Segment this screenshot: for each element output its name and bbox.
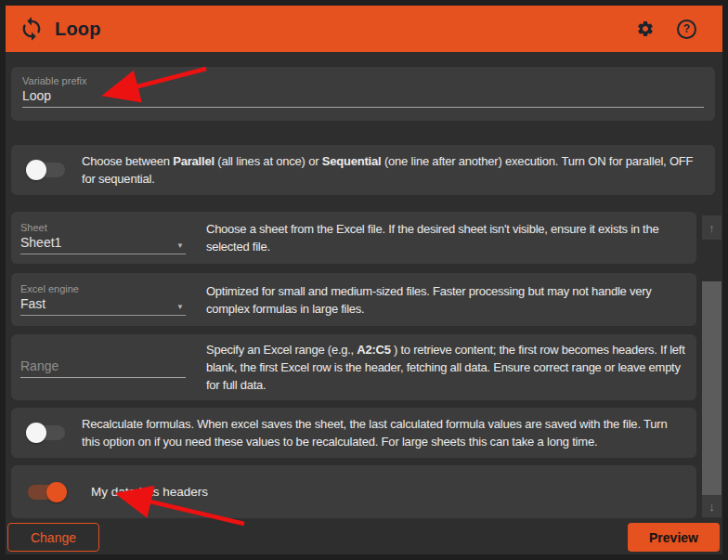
data-headers-toggle[interactable] <box>26 482 67 502</box>
variable-prefix-label: Variable prefix <box>22 75 704 86</box>
sheet-selected-value: Sheet1 <box>20 235 61 250</box>
loop-icon <box>19 16 45 42</box>
parallel-toggle-panel: Choose between Parallel (all lines at on… <box>11 145 715 195</box>
chevron-down-icon: ▼ <box>176 303 186 311</box>
footer: Change Preview <box>7 523 720 552</box>
text-part-bold: Parallel <box>173 154 214 168</box>
engine-description: Optimized for small and medium-sized fil… <box>206 282 687 318</box>
sheet-label: Sheet <box>20 222 186 233</box>
recalculate-panel: Recalculate formulas. When excel saves t… <box>11 408 696 458</box>
scrollbar-thumb[interactable] <box>702 281 722 495</box>
toggle-knob <box>46 482 67 502</box>
sheet-panel: Sheet Sheet1 ▼ Choose a sheet from the E… <box>11 212 696 264</box>
range-description: Specify an Excel range (e.g., A2:C5 ) to… <box>206 341 687 394</box>
change-button[interactable]: Change <box>7 523 99 552</box>
text-part: Choose between <box>82 154 173 168</box>
sheet-select[interactable]: Sheet1 ▼ <box>20 233 186 254</box>
dialog-header: Loop ? <box>6 6 722 52</box>
sheet-description: Choose a sheet from the Excel file. If t… <box>206 220 687 255</box>
parallel-toggle[interactable] <box>26 160 67 180</box>
text-part-bold: Sequential <box>322 154 382 168</box>
toggle-knob <box>26 160 46 180</box>
loop-dialog-window: Loop ? Variable prefix Choose between Pa… <box>6 6 722 554</box>
range-panel: Specify an Excel range (e.g., A2:C5 ) to… <box>11 334 696 400</box>
scroll-down-button[interactable]: ↓ <box>702 495 722 517</box>
text-part: (all lines at once) or <box>214 154 322 168</box>
recalculate-toggle[interactable] <box>26 423 67 443</box>
scroll-up-button[interactable]: ↑ <box>702 215 722 240</box>
parallel-description: Choose between Parallel (all lines at on… <box>82 152 700 188</box>
data-headers-label: My data has headers <box>91 485 208 499</box>
settings-scroll-region: Sheet Sheet1 ▼ Choose a sheet from the E… <box>6 212 722 518</box>
help-icon[interactable]: ? <box>677 20 696 39</box>
arrow-up-icon: ↑ <box>708 221 715 235</box>
header-actions: ? <box>636 20 709 39</box>
scrollbar: ↑ ↓ <box>702 215 722 517</box>
engine-panel: Excel engine Fast ▼ Optimized for small … <box>11 273 696 326</box>
toggle-knob <box>26 423 46 443</box>
app-root: { "header": { "title": "Loop", "help_gly… <box>0 0 728 560</box>
text-part-bold: A2:C5 <box>357 343 390 357</box>
variable-prefix-panel: Variable prefix <box>11 67 715 121</box>
dialog-title: Loop <box>55 19 101 40</box>
range-input[interactable] <box>20 357 186 378</box>
sheet-field: Sheet Sheet1 ▼ <box>20 222 186 254</box>
variable-prefix-input[interactable] <box>22 86 704 108</box>
data-headers-panel: My data has headers <box>11 465 696 518</box>
help-glyph: ? <box>683 22 690 35</box>
engine-field: Excel engine Fast ▼ <box>20 283 186 316</box>
settings-gear-icon[interactable] <box>636 20 655 38</box>
chevron-down-icon: ▼ <box>176 241 186 250</box>
engine-selected-value: Fast <box>20 296 46 311</box>
engine-label: Excel engine <box>20 283 186 294</box>
recalculate-description: Recalculate formulas. When excel saves t… <box>82 415 682 450</box>
engine-select[interactable]: Fast ▼ <box>20 294 186 316</box>
preview-button[interactable]: Preview <box>628 523 720 552</box>
arrow-down-icon: ↓ <box>708 500 715 514</box>
text-part: Specify an Excel range (e.g., <box>206 343 357 357</box>
range-field <box>20 357 186 378</box>
